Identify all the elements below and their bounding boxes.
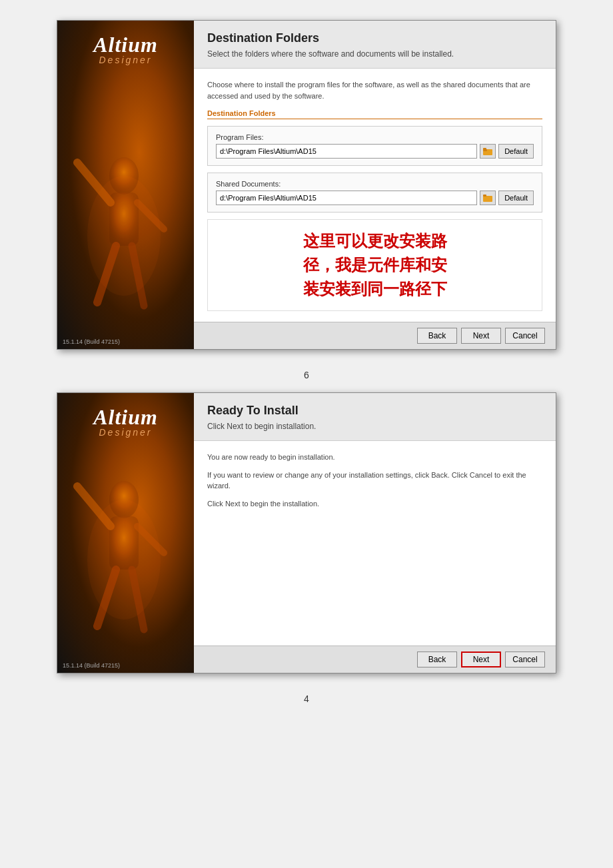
page-title-2: Ready To Install [207,404,542,418]
section-number: 6 [27,370,586,380]
right-panel-1: Destination Folders Select the folders w… [194,21,556,349]
installer-window-1: Altium Designer [57,20,556,350]
next-button-2[interactable]: Next [461,651,501,667]
footer-bar-1: Back Next Cancel [194,322,556,349]
page-subtitle-1: Select the folders where the software an… [207,49,542,59]
svg-rect-10 [483,196,492,202]
svg-point-18 [87,500,161,620]
content-description-1: Choose where to install the program file… [207,79,542,101]
shared-docs-default-button[interactable]: Default [498,191,534,205]
version-label-1: 15.1.14 (Build 47215) [63,338,120,345]
right-content-1: Choose where to install the program file… [194,69,556,322]
shared-docs-section: Shared Documents: Default [207,173,542,213]
page-subtitle-2: Click Next to begin installation. [207,422,542,431]
svg-rect-9 [483,148,486,150]
program-files-browse-button[interactable] [480,144,496,159]
right-header-1: Destination Folders Select the folders w… [194,21,556,69]
program-files-default-button[interactable]: Default [498,144,534,159]
next-button-1[interactable]: Next [461,328,501,344]
shared-docs-label: Shared Documents: [216,180,534,188]
installer-body-2: Altium Designer 15.1.14 [57,393,556,673]
shared-docs-browse-button[interactable] [480,191,496,205]
cancel-button-1[interactable]: Cancel [505,328,545,344]
altium-logo-subtitle-2: Designer [57,427,194,438]
right-header-2: Ready To Install Click Next to begin ins… [194,393,556,441]
altium-logo: Altium Designer [57,33,194,65]
shared-docs-input[interactable] [216,191,477,205]
altium-logo-2: Altium Designer [57,405,194,438]
altium-logo-title: Altium [57,33,194,57]
cancel-button-2[interactable]: Cancel [505,651,545,667]
program-files-label: Program Files: [216,133,534,141]
right-panel-2: Ready To Install Click Next to begin ins… [194,393,556,673]
back-button-1[interactable]: Back [417,328,457,344]
folder-icon-2 [483,194,492,202]
shared-docs-row: Default [216,191,534,205]
chinese-text: 这里可以更改安装路径，我是元件库和安装安装到同一路径下 [220,229,530,301]
ready-line2: If you want to review or change any of y… [207,470,542,492]
section-label-1: Destination Folders [207,109,542,119]
altium-logo-subtitle: Designer [57,55,194,65]
altium-logo-title-2: Altium [57,405,194,430]
folder-icon [483,147,492,155]
installer-body-1: Altium Designer [57,21,556,349]
svg-point-6 [87,176,161,296]
page-number: 4 [27,693,586,704]
left-panel-2: Altium Designer 15.1.14 [57,393,194,673]
figure-silhouette [71,143,177,329]
svg-rect-11 [483,195,486,197]
program-files-input[interactable] [216,144,477,159]
page-title-1: Destination Folders [207,31,542,45]
figure-silhouette-2 [71,466,177,653]
ready-line1: You are now ready to begin installation. [207,452,542,463]
installer-window-2: Altium Designer 15.1.14 [57,392,556,673]
version-label-2: 15.1.14 (Build 47215) [63,662,120,669]
footer-bar-2: Back Next Cancel [194,646,556,673]
ready-line3: Click Next to begin the installation. [207,498,542,510]
right-content-2: You are now ready to begin installation.… [194,441,556,646]
program-files-section: Program Files: Default [207,126,542,166]
back-button-2[interactable]: Back [417,651,457,667]
left-panel-1: Altium Designer [57,21,194,349]
chinese-annotation: 这里可以更改安装路径，我是元件库和安装安装到同一路径下 [207,219,542,311]
program-files-row: Default [216,144,534,159]
